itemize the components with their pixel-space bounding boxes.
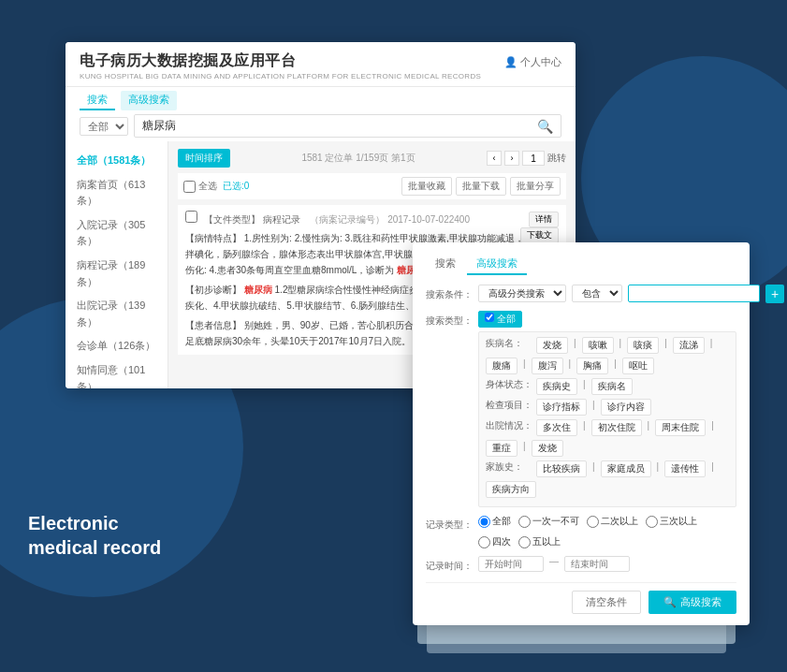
tag-fever[interactable]: 发烧	[536, 337, 568, 354]
adv-reset-btn[interactable]: 清空条件	[572, 591, 641, 614]
sidebar-item-all[interactable]: 全部（1581条）	[66, 149, 168, 173]
search-icon[interactable]: 🔍	[537, 119, 553, 134]
sidebar-item-admission[interactable]: 入院记录（305条）	[66, 213, 168, 254]
search-bar: 全部 糖尿病 🔍	[66, 110, 576, 141]
adv-tags-container: 疾病名： 发烧 | 咳嗽 | 咳痰 | 流涕 | 腹痛 | 腹泻 | 胸痛 | …	[478, 331, 736, 507]
radio-three[interactable]: 三次以上	[646, 515, 697, 528]
tag-member[interactable]: 家庭成员	[601, 460, 651, 477]
tag-phlegm[interactable]: 咳痰	[627, 337, 659, 354]
record-type-wrap: 【文件类型】 病程记录 （病案记录编号） 2017-10-07-022400	[185, 211, 470, 227]
search-scope-select[interactable]: 全部	[80, 117, 128, 136]
tag-multi-adm[interactable]: 多次住	[536, 419, 577, 436]
sidebar-item-consult[interactable]: 会诊单（126条）	[66, 334, 168, 358]
tag-history[interactable]: 疾病史	[536, 378, 577, 395]
adv-radio-group: 全部 一次一不可 二次以上 三次以上 四次 五以上	[478, 515, 736, 548]
action-buttons: 批量收藏 批量下载 批量分享	[401, 177, 561, 196]
emr-line2: medical record	[28, 535, 161, 560]
disease-row: 疾病名： 发烧 | 咳嗽 | 咳痰 | 流涕 | 腹痛 | 腹泻 | 胸痛 | …	[486, 337, 729, 374]
selected-count: 已选:0	[223, 180, 249, 193]
adv-type-row: 搜索类型： 全部 疾病名： 发烧 | 咳嗽 | 咳痰 | 流涕 |	[426, 311, 736, 507]
tag-chest[interactable]: 胸痛	[576, 358, 608, 374]
discharge-label: 出院情况：	[486, 419, 532, 436]
adv-add-btn[interactable]: +	[765, 285, 784, 303]
exam-row: 检查项目： 诊疗指标 | 诊疗内容	[486, 399, 729, 416]
batch-collect-btn[interactable]: 批量收藏	[401, 177, 452, 196]
adv-tab-basic[interactable]: 搜索	[426, 254, 465, 275]
tag-abdomen[interactable]: 腹痛	[486, 358, 517, 374]
radio-four[interactable]: 四次	[478, 535, 511, 548]
page-input[interactable]	[522, 151, 545, 166]
adv-time-row: 记录时间： —	[426, 556, 736, 573]
record-date: （病案记录编号） 2017-10-07-022400	[310, 214, 470, 225]
tag-direction[interactable]: 疾病方向	[486, 481, 536, 498]
adv-tab-advanced[interactable]: 高级搜索	[467, 254, 527, 275]
toolbar-row: 时间排序 1581 定位单 1/159页 第1页 ‹ › 跳转	[178, 149, 566, 168]
tag-runny[interactable]: 流涕	[673, 337, 705, 354]
emr-line1: Electronic	[28, 511, 161, 535]
tag-weekend[interactable]: 周末住院	[655, 419, 706, 436]
record-checkbox[interactable]	[185, 211, 197, 223]
family-label: 家族史：	[486, 460, 532, 477]
app-subtitle: KUNG HOSPITAL BIG DATA MINING AND APPLIC…	[80, 72, 561, 80]
tag-cough[interactable]: 咳嗽	[582, 337, 614, 354]
search-keyword[interactable]: 糖尿病	[142, 118, 537, 134]
disease-label: 疾病名：	[486, 337, 532, 354]
highlight-diabetes2: 糖尿病	[244, 285, 272, 295]
tag-severe[interactable]: 重症	[486, 440, 517, 457]
tag-content[interactable]: 诊疗内容	[601, 399, 651, 416]
goto-label: 跳转	[547, 152, 566, 165]
status-row: 身体状态： 疾病史 | 疾病名	[486, 378, 729, 395]
adv-record-type-row: 记录类型： 全部 一次一不可 二次以上 三次以上 四次 五以上	[426, 515, 736, 548]
prev-page-btn[interactable]: ‹	[487, 151, 502, 166]
discharge-row: 出院情况： 多次住 | 初次住院 | 周末住院 | 重症 | 发烧	[486, 419, 729, 457]
adv-search-input[interactable]	[628, 285, 760, 302]
radio-twice[interactable]: 二次以上	[587, 515, 638, 528]
record-type-label: 【文件类型】 病程记录	[204, 214, 303, 225]
tag-vomit[interactable]: 呕吐	[622, 358, 654, 374]
record-detail-btn[interactable]: 详情	[529, 212, 559, 227]
check-all[interactable]: 全选	[183, 180, 217, 193]
user-menu[interactable]: 👤 个人中心	[504, 55, 561, 69]
status-label: 身体状态：	[486, 378, 532, 395]
sidebar-item-case[interactable]: 病案首页（613条）	[66, 173, 168, 213]
sidebar-item-discharge[interactable]: 出院记录（139条）	[66, 294, 168, 334]
adv-search-btn[interactable]: 🔍 高级搜索	[649, 591, 736, 614]
user-icon: 👤	[504, 56, 517, 68]
pagination: ‹ › 跳转	[487, 151, 566, 166]
app-title: 电子病历大数据挖掘及应用平台	[80, 51, 561, 71]
download-btn[interactable]: 下载文	[520, 227, 559, 243]
radio-five[interactable]: 五以上	[518, 535, 561, 548]
batch-download-btn[interactable]: 批量下载	[456, 177, 506, 196]
tag-disease[interactable]: 疾病名	[591, 378, 633, 395]
tag-first-adm[interactable]: 初次住院	[591, 419, 642, 436]
tag-genetic[interactable]: 遗传性	[664, 460, 706, 477]
sidebar-item-course[interactable]: 病程记录（189条）	[66, 254, 168, 294]
tag-fever2[interactable]: 发烧	[532, 440, 563, 457]
adv-tag-checkall[interactable]: 全部	[478, 311, 522, 328]
adv-condition-row: 搜索条件： 高级分类搜索 包含 +	[426, 285, 736, 303]
check-all-checkbox[interactable]	[183, 181, 196, 193]
search-input-wrap: 糖尿病 🔍	[134, 114, 561, 138]
radio-once[interactable]: 一次一不可	[518, 515, 579, 528]
adv-condition-select1[interactable]: 高级分类搜索	[478, 285, 566, 302]
card-header: 电子病历大数据挖掘及应用平台 KUNG HOSPITAL BIG DATA MI…	[66, 42, 576, 87]
adv-condition-select2[interactable]: 包含	[572, 285, 622, 302]
radio-all[interactable]: 全部	[478, 515, 511, 528]
adv-time-start[interactable]	[478, 556, 544, 572]
advanced-search-card: 搜索 高级搜索 搜索条件： 高级分类搜索 包含 + 搜索类型： 全部 疾病名：	[413, 242, 750, 625]
tab-basic[interactable]: 搜索	[80, 91, 115, 110]
tag-compare[interactable]: 比较疾病	[536, 460, 587, 477]
adv-tags-area: 全部 疾病名： 发烧 | 咳嗽 | 咳痰 | 流涕 | 腹痛 | 腹泻 |	[478, 311, 736, 507]
tab-advanced[interactable]: 高级搜索	[121, 91, 177, 110]
adv-tabs: 搜索 高级搜索	[426, 254, 736, 275]
adv-time-end[interactable]	[564, 556, 630, 572]
sort-button[interactable]: 时间排序	[178, 149, 230, 168]
next-page-btn[interactable]: ›	[504, 151, 519, 166]
tag-indicator[interactable]: 诊疗指标	[536, 399, 587, 416]
tag-diarrhea[interactable]: 腹泻	[532, 358, 563, 374]
batch-share-btn[interactable]: 批量分享	[510, 177, 561, 196]
family-row: 家族史： 比较疾病 | 家庭成员 | 遗传性 | 疾病方向	[486, 460, 729, 498]
sidebar-item-consent[interactable]: 知情同意（101条）	[66, 358, 168, 388]
result-info: 1581 定位单 1/159页 第1页	[236, 152, 481, 165]
adv-record-type-label: 记录类型：	[426, 515, 473, 532]
